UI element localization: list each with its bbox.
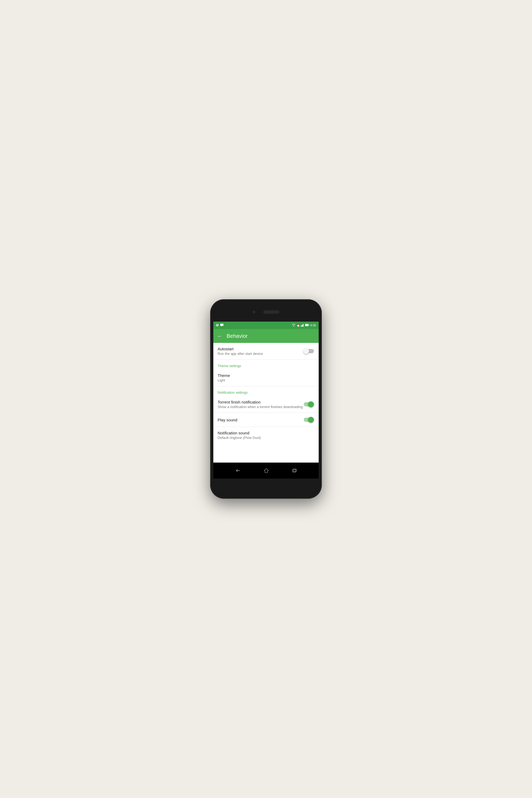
phone-frame: M	[213, 302, 319, 496]
recents-nav-button[interactable]	[292, 468, 297, 473]
autostart-text: Autostart Run the app after start device	[217, 347, 303, 356]
torrent-finish-title: Torrent finish notification	[217, 400, 303, 404]
notification-sound-title: Notification sound	[217, 431, 315, 435]
status-time: 9:35	[310, 324, 316, 327]
status-bar: M	[213, 322, 319, 329]
theme-settings-header: Theme settings	[213, 360, 319, 369]
torrent-finish-row[interactable]: Torrent finish notification Show a notif…	[213, 396, 319, 413]
svg-rect-8	[305, 324, 308, 326]
play-sound-toggle-thumb	[308, 417, 314, 423]
torrent-finish-subtitle: Show a notification when a torrent finis…	[217, 405, 303, 409]
play-sound-title: Play sound	[217, 418, 303, 422]
theme-row[interactable]: Theme Light	[213, 369, 319, 386]
back-button[interactable]: ←	[217, 333, 222, 339]
theme-text: Theme Light	[217, 373, 315, 382]
nav-bar	[213, 462, 319, 478]
message-icon	[220, 324, 224, 327]
signal-icon	[301, 324, 304, 327]
wifi-icon	[292, 324, 296, 327]
back-nav-button[interactable]	[235, 468, 241, 473]
play-sound-text: Play sound	[217, 418, 303, 422]
svg-rect-0	[220, 324, 224, 326]
autostart-subtitle: Run the app after start device	[217, 352, 303, 356]
torrent-finish-text: Torrent finish notification Show a notif…	[217, 400, 303, 409]
settings-content: Autostart Run the app after start device…	[213, 343, 319, 462]
play-sound-row[interactable]: Play sound	[213, 413, 319, 427]
gmail-icon: M	[216, 323, 218, 327]
notification-sound-subtitle: Default ringtone (Pixie Dust)	[217, 436, 315, 440]
phone-device: M	[210, 299, 322, 499]
alarm-icon: ⏰	[297, 324, 300, 327]
torrent-finish-toggle[interactable]	[303, 401, 315, 407]
speaker	[263, 310, 279, 314]
status-notifications: M	[216, 323, 224, 327]
torrent-finish-toggle-thumb	[308, 401, 314, 407]
status-system-icons: ⏰	[292, 324, 316, 327]
svg-rect-2	[301, 326, 301, 327]
svg-rect-9	[308, 324, 309, 326]
front-camera	[253, 311, 255, 314]
svg-rect-3	[301, 325, 302, 327]
svg-rect-5	[303, 324, 303, 327]
autostart-title: Autostart	[217, 347, 303, 351]
autostart-row[interactable]: Autostart Run the app after start device	[213, 343, 319, 360]
battery-icon	[305, 324, 309, 327]
screen: M	[213, 322, 319, 478]
theme-subtitle: Light	[217, 378, 315, 382]
notification-settings-header: Notification settings	[213, 386, 319, 396]
notification-sound-text: Notification sound Default ringtone (Pix…	[217, 431, 315, 440]
toolbar: ← Behavior	[213, 329, 319, 343]
svg-rect-6	[304, 324, 304, 327]
autostart-toggle[interactable]	[303, 348, 315, 354]
svg-rect-4	[302, 324, 303, 327]
top-bezel	[213, 302, 319, 322]
home-nav-button[interactable]	[264, 468, 269, 473]
theme-title: Theme	[217, 373, 315, 378]
svg-marker-1	[221, 326, 222, 326]
toolbar-title: Behavior	[227, 333, 248, 339]
svg-marker-11	[264, 469, 268, 473]
play-sound-toggle[interactable]	[303, 417, 315, 423]
bottom-bezel	[213, 478, 319, 496]
autostart-toggle-thumb	[303, 348, 309, 354]
notification-sound-row[interactable]: Notification sound Default ringtone (Pix…	[213, 427, 319, 443]
